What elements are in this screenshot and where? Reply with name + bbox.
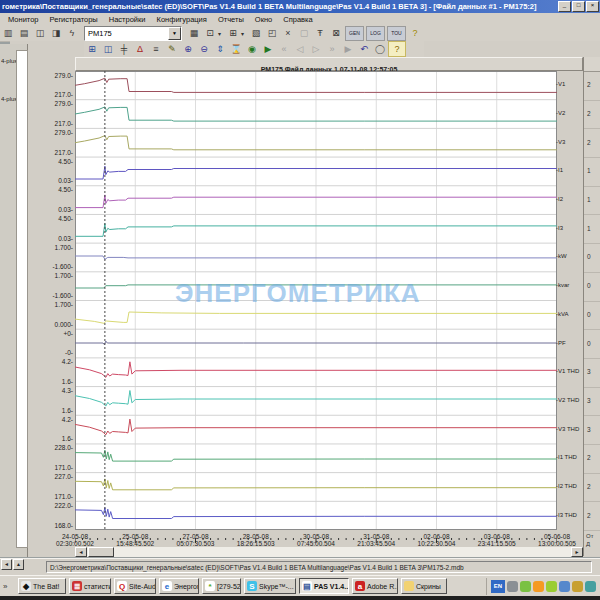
monitor-icon[interactable]	[559, 581, 570, 592]
screen-edge	[0, 596, 600, 600]
volume-icon[interactable]	[572, 581, 583, 592]
system-tray: EN	[486, 578, 600, 595]
status-lime-icon[interactable]	[546, 581, 557, 592]
y-min-i1-thd: 171.0-	[55, 464, 73, 471]
taskbar-button-bat[interactable]: ◆The Bat!	[18, 578, 66, 594]
x-label-date: 31-05-08	[345, 533, 407, 540]
report-icon[interactable]: ◰	[264, 26, 280, 40]
analyzer-icon-dropdown[interactable]: ▾	[241, 30, 248, 37]
screen: гометрика\Поставщики_генеральные\satec (…	[0, 0, 600, 600]
menu-item-монитор[interactable]: Монитор	[8, 15, 39, 24]
network-icon[interactable]	[585, 581, 596, 592]
x-axis-label: 03-06-0823:41:15.505	[466, 533, 528, 547]
data-window-icon[interactable]: ◫	[32, 26, 48, 40]
taskbar-button-stats[interactable]: ≣статисти...	[69, 578, 111, 594]
menu-item-регистраторы[interactable]: Регистраторы	[50, 15, 98, 24]
pole-icon[interactable]: Ŧ	[312, 26, 328, 40]
maximize-button[interactable]: □	[572, 1, 585, 12]
time-window-icon[interactable]: ⌛	[228, 42, 244, 56]
panel-row-separator	[584, 301, 600, 302]
x-axis-label: 05-06-0813:00:00.505	[526, 533, 588, 547]
y-min-v3: 217.0-	[55, 149, 73, 156]
status-green-icon[interactable]	[520, 581, 531, 592]
plot-area[interactable]: ЭНЕРГОМЕТРИКА	[75, 71, 557, 530]
scroll-right-icon[interactable]: ►	[571, 547, 583, 557]
analyzer-icon[interactable]: ⊞	[225, 26, 241, 40]
panel-value: 0	[587, 311, 591, 318]
go-end-icon[interactable]: ▶	[260, 42, 276, 56]
x-axis-label: 28-05-0818:26:15.503	[225, 533, 287, 547]
device-setup-icon[interactable]: ▦	[186, 26, 202, 40]
menu-item-настройки[interactable]: Настройки	[109, 15, 146, 24]
monitor-icon[interactable]: ⊡	[202, 26, 218, 40]
chevron-down-icon[interactable]: ▼	[168, 27, 181, 40]
delta-icon[interactable]: Δ	[132, 42, 148, 56]
fit-vertical-icon[interactable]: ⇕	[212, 42, 228, 56]
printer-icon[interactable]	[507, 581, 518, 592]
mini-scroll-button[interactable]: ◄	[1, 559, 12, 570]
menu-item-справка[interactable]: Справка	[283, 15, 312, 24]
taskbar-button-pas[interactable]: ▤PAS V1.4...	[299, 578, 349, 594]
panel-row-separator	[584, 473, 600, 474]
close-button[interactable]: ×	[586, 1, 599, 12]
zoom-in-icon[interactable]: ⊕	[180, 42, 196, 56]
y-min-i3-thd: 168.0-	[55, 522, 73, 529]
view-all-icon[interactable]: ◉	[244, 42, 260, 56]
taskbar-button-adobe[interactable]: aAdobe R...	[352, 578, 398, 594]
y-min-kva: 0.000-	[55, 321, 73, 328]
menu-item-конфигурация[interactable]: Конфигурация	[157, 15, 207, 24]
table-view-icon[interactable]: ⊞	[84, 42, 100, 56]
main-toolbar: ▥▤◫◨ϟ PM175 ▼ ▦⊡▾⊞▾▧◰×▢Ŧ⊠GENLOGTOU?	[0, 25, 600, 42]
taskbar-button-skype[interactable]: SSkype™-...	[244, 578, 296, 594]
marker-icon[interactable]: ╪	[116, 42, 132, 56]
panel-row-separator	[584, 100, 600, 101]
image-icon[interactable]: ▧	[248, 26, 264, 40]
menu-item-окно[interactable]: Окно	[255, 15, 272, 24]
panel-row-separator	[584, 272, 600, 273]
log-device-button[interactable]: LOG	[366, 26, 385, 41]
zoom-out-icon[interactable]: ⊖	[196, 42, 212, 56]
x-axis-label: 27-05-0805:07:30.503	[165, 533, 227, 547]
scroll-left-icon[interactable]: ◄	[75, 547, 87, 557]
taskbar-overflow-chevron[interactable]: »	[3, 582, 15, 591]
help-icon[interactable]: ?	[407, 26, 423, 40]
connect-icon[interactable]: ϟ	[64, 26, 80, 40]
close-file-icon[interactable]: ×	[280, 26, 296, 40]
dual-pane-icon[interactable]: ◫	[100, 42, 116, 56]
taskbar-button-icq[interactable]: *[279-528...	[202, 578, 241, 594]
values-panel: 2221110000333222ОтД	[583, 57, 600, 556]
undo-zoom-icon[interactable]: ↶	[356, 42, 372, 56]
taskbar-button-folder[interactable]: Скрины	[401, 578, 447, 594]
series-label-v2-thd: -V2 THD	[556, 397, 579, 403]
help-icon[interactable]: ?	[388, 41, 406, 57]
icq-icon: *	[205, 581, 215, 591]
language-indicator[interactable]: EN	[491, 580, 505, 593]
scrollbar-thumb[interactable]	[88, 547, 114, 557]
panel-row-separator	[584, 157, 600, 158]
taskbar-button-site-auditor[interactable]: QSite-Aud...	[114, 578, 156, 594]
legend-icon[interactable]: ≡	[148, 42, 164, 56]
monitor-icon-dropdown[interactable]: ▾	[218, 30, 225, 37]
tou-device-button[interactable]: TOU	[387, 26, 406, 41]
status-orange-icon[interactable]	[533, 581, 544, 592]
panel-value: 0	[587, 340, 591, 347]
site-auditor-icon: Q	[117, 581, 127, 591]
panel-row-separator	[584, 530, 600, 531]
minimize-button[interactable]: _	[558, 1, 571, 12]
horizontal-scrollbar[interactable]: ◄ ►	[75, 547, 583, 557]
edit-icon[interactable]: ✎	[164, 42, 180, 56]
menu-item-отчеты[interactable]: Отчеты	[218, 15, 244, 24]
open-icon[interactable]: ▥	[0, 26, 16, 40]
properties-icon[interactable]: ◨	[48, 26, 64, 40]
y-max-pf: +0-	[63, 330, 73, 337]
x-axis-label: 02-06-0810:22:30.504	[406, 533, 468, 547]
stop-icon[interactable]: ◯	[372, 42, 388, 56]
gen-device-button[interactable]: GEN	[345, 26, 364, 41]
panel-row-separator	[584, 329, 600, 330]
print-icon[interactable]: ▤	[16, 26, 32, 40]
setup-grid-icon[interactable]: ⊠	[328, 26, 344, 40]
mini-scroll-button[interactable]: ▲	[13, 559, 24, 570]
device-selector[interactable]: PM175 ▼	[84, 26, 182, 41]
panel-row-separator	[584, 387, 600, 388]
taskbar-button-browser[interactable]: eЭнергом...	[159, 578, 199, 594]
